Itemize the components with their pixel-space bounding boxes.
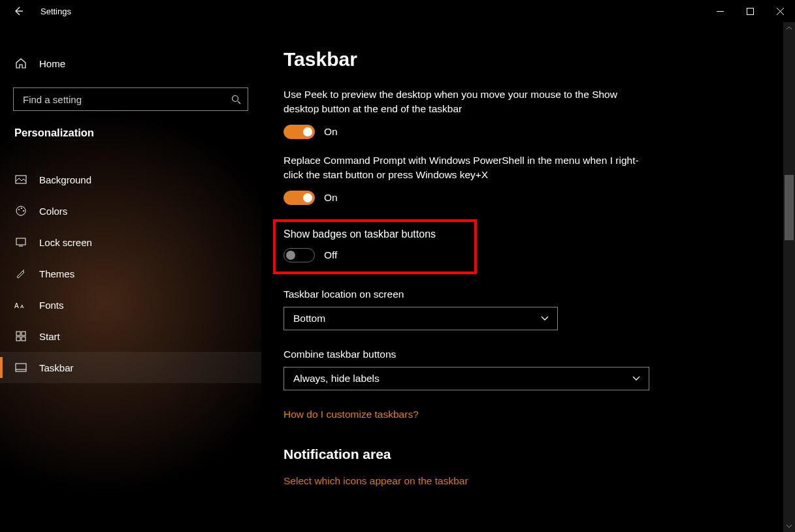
taskbar-icon xyxy=(14,361,27,374)
sidebar: Home Personalization Background Colors xyxy=(0,22,261,532)
search-input[interactable] xyxy=(23,94,231,105)
sidebar-item-label: Themes xyxy=(39,268,74,279)
home-icon xyxy=(14,57,27,70)
toggle-state: Off xyxy=(324,249,337,261)
select-value: Bottom xyxy=(293,313,325,324)
content-pane: Taskbar Use Peek to preview the desktop … xyxy=(261,22,795,532)
home-label: Home xyxy=(39,58,65,69)
fonts-icon: AA xyxy=(14,298,27,311)
sidebar-item-label: Colors xyxy=(39,206,67,217)
sidebar-item-label: Fonts xyxy=(39,300,64,311)
help-link[interactable]: How do I customize taskbars? xyxy=(284,409,419,420)
category-heading: Personalization xyxy=(0,127,261,152)
setting-desc: Show badges on taskbar buttons xyxy=(284,228,466,240)
toggle-state: On xyxy=(324,192,338,204)
page-heading: Taskbar xyxy=(284,48,795,70)
search-icon xyxy=(231,94,241,104)
close-button[interactable] xyxy=(765,0,795,22)
scrollbar[interactable] xyxy=(783,22,795,532)
select-combine-buttons[interactable]: Always, hide labels xyxy=(284,367,649,390)
sidebar-item-themes[interactable]: Themes xyxy=(0,258,261,289)
sidebar-item-lockscreen[interactable]: Lock screen xyxy=(0,227,261,258)
sidebar-item-start[interactable]: Start xyxy=(0,321,261,352)
sidebar-item-label: Start xyxy=(39,331,60,342)
svg-point-6 xyxy=(23,210,24,211)
setting-peek: Use Peek to preview the desktop when you… xyxy=(284,87,649,139)
svg-rect-13 xyxy=(22,337,25,341)
svg-text:A: A xyxy=(20,304,24,309)
start-icon xyxy=(14,330,27,343)
svg-rect-12 xyxy=(16,337,20,341)
subheading-notification: Notification area xyxy=(284,446,795,462)
setting-desc: Replace Command Prompt with Windows Powe… xyxy=(284,153,649,183)
chevron-down-icon xyxy=(540,314,549,323)
search-box[interactable] xyxy=(13,87,248,111)
nav-list: Background Colors Lock screen Themes AA … xyxy=(0,152,261,383)
svg-point-1 xyxy=(232,95,238,101)
svg-text:A: A xyxy=(14,302,19,309)
svg-point-4 xyxy=(18,209,20,210)
svg-rect-10 xyxy=(16,332,20,336)
highlight-annotation: Show badges on taskbar buttons Off xyxy=(273,219,477,274)
svg-rect-0 xyxy=(747,8,753,14)
window-title: Settings xyxy=(41,7,71,16)
svg-rect-14 xyxy=(16,364,26,371)
setting-powershell: Replace Command Prompt with Windows Powe… xyxy=(284,153,649,205)
notification-icons-link[interactable]: Select which icons appear on the taskbar xyxy=(284,475,468,487)
select-value: Always, hide labels xyxy=(293,373,380,384)
themes-icon xyxy=(14,267,27,280)
svg-rect-7 xyxy=(16,238,25,245)
home-nav[interactable]: Home xyxy=(0,48,261,78)
sidebar-item-taskbar[interactable]: Taskbar xyxy=(0,352,261,383)
select-taskbar-location[interactable]: Bottom xyxy=(284,307,558,330)
setting-desc: Use Peek to preview the desktop when you… xyxy=(284,87,649,117)
sidebar-item-label: Background xyxy=(39,174,91,185)
field-label-location: Taskbar location on screen xyxy=(284,289,795,300)
toggle-powershell[interactable] xyxy=(284,191,315,205)
minimize-button[interactable] xyxy=(705,0,735,22)
titlebar: Settings xyxy=(0,0,795,22)
svg-point-5 xyxy=(21,208,22,209)
toggle-badges[interactable] xyxy=(284,248,315,262)
back-button[interactable] xyxy=(12,5,25,18)
chevron-down-icon xyxy=(632,374,641,383)
sidebar-item-label: Taskbar xyxy=(39,362,74,373)
sidebar-item-background[interactable]: Background xyxy=(0,164,261,195)
scroll-up-button[interactable] xyxy=(783,22,795,34)
sidebar-item-colors[interactable]: Colors xyxy=(0,195,261,227)
field-label-combine: Combine taskbar buttons xyxy=(284,349,795,360)
scroll-thumb[interactable] xyxy=(785,175,794,240)
sidebar-item-fonts[interactable]: AA Fonts xyxy=(0,289,261,321)
sidebar-item-label: Lock screen xyxy=(39,237,92,248)
scroll-down-button[interactable] xyxy=(783,520,795,532)
lockscreen-icon xyxy=(14,236,27,249)
settings-window: Settings Home Personalization xyxy=(0,0,795,532)
maximize-button[interactable] xyxy=(735,0,765,22)
palette-icon xyxy=(14,204,27,217)
toggle-state: On xyxy=(324,126,338,138)
toggle-peek[interactable] xyxy=(284,125,315,139)
picture-icon xyxy=(14,173,27,186)
svg-rect-11 xyxy=(22,332,25,336)
